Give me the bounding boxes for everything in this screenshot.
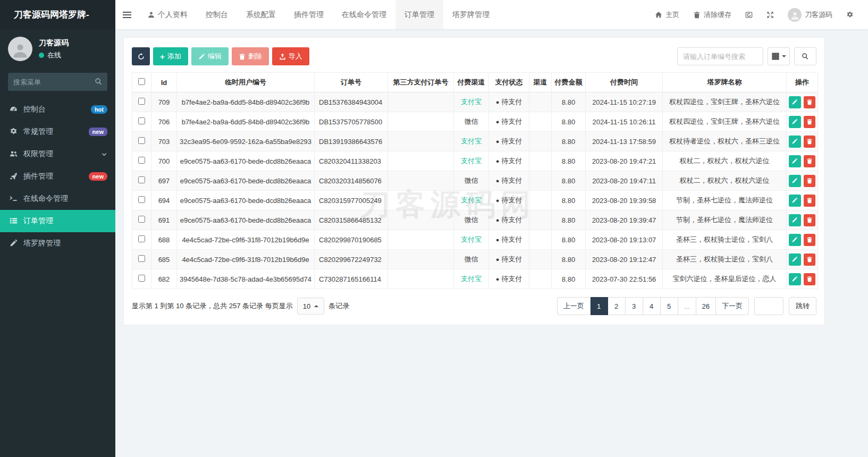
- table-row[interactable]: 6823945648e-7d38-5c78-adad-4e3b65695d74C…: [132, 269, 818, 289]
- row-delete-button[interactable]: [804, 175, 816, 187]
- home-button[interactable]: 主页: [648, 0, 686, 29]
- table-row[interactable]: 691e9ce0575-aa63-6170-bede-dcd8b26eaacaC…: [132, 210, 818, 230]
- row-checkbox[interactable]: [138, 117, 145, 124]
- cell-tarot: 节制，圣杯七逆位，魔法师逆位: [663, 210, 787, 230]
- edit-button[interactable]: 编辑: [191, 47, 229, 65]
- row-checkbox[interactable]: [138, 137, 145, 144]
- jump-page-input[interactable]: [754, 297, 783, 315]
- tab-profile[interactable]: 个人资料: [139, 0, 197, 29]
- cell-amount: 8.80: [552, 230, 586, 250]
- cell-sub-channel: [529, 191, 552, 210]
- prev-page-button[interactable]: 上一页: [557, 297, 591, 315]
- sidebar-item-auth[interactable]: 权限管理: [0, 143, 115, 165]
- delete-button[interactable]: 删除: [232, 47, 269, 65]
- cell-sub-channel: [529, 92, 552, 112]
- sidebar-item-dashboard[interactable]: 控制台hot: [0, 98, 115, 121]
- row-delete-button[interactable]: [804, 273, 816, 285]
- page-button-3[interactable]: 3: [626, 297, 643, 315]
- clear-cache-button[interactable]: 清除缓存: [686, 0, 738, 29]
- row-checkbox[interactable]: [138, 275, 145, 282]
- tab-dashboard[interactable]: 控制台: [197, 0, 237, 29]
- row-checkbox[interactable]: [138, 157, 145, 164]
- row-edit-button[interactable]: [789, 175, 801, 187]
- sidebar-item-addon[interactable]: 插件管理new: [0, 165, 115, 188]
- row-edit-button[interactable]: [789, 136, 801, 148]
- table-row[interactable]: 6884e4c5cad-72be-c9f6-31f8-7012b19b6d9eC…: [132, 230, 818, 250]
- row-checkbox[interactable]: [138, 216, 145, 223]
- sidebar-item-command[interactable]: 在线命令管理: [0, 188, 115, 210]
- col-header-tarot[interactable]: 塔罗牌名称: [663, 73, 787, 92]
- row-edit-button[interactable]: [789, 273, 801, 285]
- row-edit-button[interactable]: [789, 253, 801, 266]
- col-header-id[interactable]: Id: [151, 73, 177, 92]
- cell-tarot: 圣杯三，权杖骑士逆位，宝剑八: [663, 230, 787, 250]
- col-header-sub-channel[interactable]: 渠道: [529, 73, 552, 92]
- row-checkbox[interactable]: [138, 235, 145, 242]
- col-header-user-no[interactable]: 临时用户编号: [177, 73, 315, 92]
- row-edit-button[interactable]: [789, 155, 801, 167]
- page-button-5[interactable]: 5: [661, 297, 678, 315]
- tab-config[interactable]: 系统配置: [237, 0, 285, 29]
- row-delete-button[interactable]: [804, 155, 816, 167]
- page-button-2[interactable]: 2: [608, 297, 626, 315]
- add-button[interactable]: +添加: [153, 47, 188, 65]
- table-row[interactable]: 709b7fe4ae2-ba9a-6dd5-84b8-d89402c36f9bD…: [132, 92, 818, 112]
- row-edit-button[interactable]: [789, 194, 801, 207]
- tab-tarot[interactable]: 塔罗牌管理: [443, 0, 499, 29]
- row-delete-button[interactable]: [804, 96, 816, 108]
- sidebar-search-input[interactable]: [8, 73, 107, 91]
- refresh-frame-button[interactable]: [738, 0, 760, 29]
- sidebar-item-tarot[interactable]: 塔罗牌管理: [0, 232, 115, 255]
- cell-sub-channel: [529, 171, 552, 191]
- sidebar-item-order[interactable]: 订单管理: [0, 210, 115, 232]
- user-menu[interactable]: 刀客源码: [781, 0, 839, 29]
- col-header-amount[interactable]: 付费金额: [552, 73, 586, 92]
- search-button[interactable]: [794, 47, 816, 65]
- page-button-26[interactable]: 26: [696, 297, 716, 315]
- cell-id: 697: [151, 171, 177, 191]
- select-all-checkbox[interactable]: [138, 78, 145, 85]
- cell-tarot: 权杖二，权杖六，权杖六逆位: [663, 151, 787, 171]
- tab-order[interactable]: 订单管理: [395, 0, 443, 29]
- table-row[interactable]: 6854e4c5cad-72be-c9f6-31f8-7012b19b6d9eC…: [132, 250, 818, 269]
- row-edit-button[interactable]: [789, 116, 801, 128]
- row-delete-button[interactable]: [804, 116, 816, 128]
- tab-command[interactable]: 在线命令管理: [333, 0, 395, 29]
- row-delete-button[interactable]: [804, 234, 816, 246]
- columns-button[interactable]: [768, 47, 790, 65]
- row-delete-button[interactable]: [804, 136, 816, 148]
- row-edit-button[interactable]: [789, 234, 801, 246]
- col-header-channel[interactable]: 付费渠道: [454, 73, 489, 92]
- page-button-1[interactable]: 1: [591, 297, 608, 315]
- col-header-third-no[interactable]: 第三方支付订单号: [388, 73, 454, 92]
- hamburger-menu-icon[interactable]: [115, 0, 139, 29]
- page-size-select[interactable]: 10: [297, 298, 324, 315]
- row-edit-button[interactable]: [789, 96, 801, 108]
- row-delete-button[interactable]: [804, 214, 816, 226]
- fullscreen-button[interactable]: [760, 0, 781, 29]
- row-checkbox[interactable]: [138, 176, 145, 183]
- next-page-button[interactable]: 下一页: [716, 297, 749, 315]
- col-header-order-no[interactable]: 订单号: [315, 73, 388, 92]
- row-delete-button[interactable]: [804, 194, 816, 207]
- order-search-input[interactable]: [677, 47, 763, 65]
- refresh-button[interactable]: [132, 47, 150, 65]
- table-row[interactable]: 700e9ce0575-aa63-6170-bede-dcd8b26eaacaC…: [132, 151, 818, 171]
- settings-button[interactable]: [839, 0, 861, 29]
- col-header-time[interactable]: 付费时间: [586, 73, 663, 92]
- row-checkbox[interactable]: [138, 98, 145, 105]
- page-button-4[interactable]: 4: [643, 297, 661, 315]
- row-edit-button[interactable]: [789, 214, 801, 226]
- tab-addon[interactable]: 插件管理: [285, 0, 333, 29]
- col-header-status[interactable]: 支付状态: [489, 73, 529, 92]
- table-row[interactable]: 706b7fe4ae2-ba9a-6dd5-84b8-d89402c36f9bD…: [132, 112, 818, 132]
- row-checkbox[interactable]: [138, 196, 145, 203]
- jump-button[interactable]: 跳转: [789, 297, 816, 315]
- table-row[interactable]: 70332c3ea95-6e09-9592-162a-6a55ba9e8293D…: [132, 132, 818, 151]
- sidebar-item-general[interactable]: 常规管理new: [0, 121, 115, 143]
- row-delete-button[interactable]: [804, 253, 816, 266]
- row-checkbox[interactable]: [138, 255, 145, 262]
- import-button[interactable]: 导入: [272, 47, 309, 65]
- table-row[interactable]: 697e9ce0575-aa63-6170-bede-dcd8b26eaacaC…: [132, 171, 818, 191]
- table-row[interactable]: 694e9ce0575-aa63-6170-bede-dcd8b26eaacaC…: [132, 191, 818, 210]
